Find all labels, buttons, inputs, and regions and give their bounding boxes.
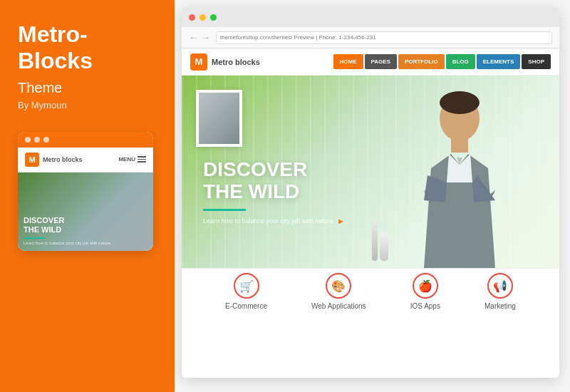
menu-item-blog[interactable]: BLOG bbox=[446, 54, 475, 69]
menu-item-portfolio[interactable]: PORTFOLIO bbox=[398, 54, 445, 69]
browser-maximize-button[interactable] bbox=[210, 14, 217, 21]
menu-item-pages[interactable]: PAGES bbox=[365, 54, 397, 69]
site-logo-icon: M bbox=[190, 53, 207, 71]
web-applications-icon: 🎨 bbox=[326, 273, 351, 299]
mobile-hero: DISCOVER THE WILD Learn how to balance y… bbox=[18, 172, 153, 251]
hero-frame-image bbox=[196, 90, 242, 147]
site-menu: HOME PAGES PORTFOLIO BLOG ELEMENTS SHOP bbox=[333, 54, 551, 69]
mobile-logo-text: Metro blocks bbox=[43, 156, 83, 163]
site-hero: DISCOVER THE WILD Learn how to balance y… bbox=[182, 76, 559, 268]
left-panel: Metro- Blocks Theme By Mymoun M Metro bl… bbox=[0, 0, 175, 392]
hero-subtitle: Learn how to balance your city job with … bbox=[203, 217, 345, 225]
mobile-hero-sub: Learn how to balance your city job with … bbox=[24, 241, 110, 245]
back-arrow-icon[interactable]: ← bbox=[189, 32, 198, 43]
mobile-nav: M Metro blocks MENU bbox=[18, 148, 153, 172]
brand-by: By Mymoun bbox=[18, 100, 157, 110]
feature-icons-row: 🛒 E-Commerce 🎨 Web Applications 🍎 IOS Ap… bbox=[182, 268, 559, 314]
browser-minimize-button[interactable] bbox=[200, 14, 206, 21]
ios-apps-icon: 🍎 bbox=[413, 273, 438, 299]
mobile-hero-text: DISCOVER THE WILD Learn how to balance y… bbox=[24, 216, 110, 244]
ecommerce-label: E-Commerce bbox=[225, 302, 267, 310]
brand-title-line2: Blocks bbox=[18, 48, 93, 73]
menu-item-home[interactable]: HOME bbox=[333, 54, 363, 69]
hero-vase-short bbox=[380, 232, 388, 261]
ecommerce-icon: 🛒 bbox=[234, 273, 259, 299]
brand-subtitle: Theme bbox=[18, 80, 157, 96]
web-applications-label: Web Applications bbox=[311, 302, 366, 310]
marketing-label: Marketing bbox=[484, 302, 516, 310]
brand-title-line1: Metro- bbox=[18, 21, 88, 47]
brand-title: Metro- Blocks bbox=[18, 21, 157, 74]
mobile-top-bar bbox=[18, 132, 153, 148]
icon-marketing: 📢 Marketing bbox=[484, 273, 516, 310]
mobile-mockup: M Metro blocks MENU DISCOVER THE WILD bbox=[18, 132, 153, 251]
url-bar[interactable]: themeforesttop.com/themes/ Preview | Pho… bbox=[216, 31, 552, 44]
browser-chrome bbox=[182, 7, 559, 27]
icon-ecommerce: 🛒 E-Commerce bbox=[225, 273, 267, 310]
browser-nav-bar: ← → themeforesttop.com/themes/ Preview |… bbox=[182, 27, 559, 48]
browser-close-button[interactable] bbox=[189, 14, 195, 21]
menu-item-elements[interactable]: ELEMENTS bbox=[477, 54, 521, 69]
mobile-dot-3 bbox=[43, 137, 49, 143]
icon-web-applications: 🎨 Web Applications bbox=[311, 273, 366, 310]
site-logo-text: Metro blocks bbox=[212, 58, 260, 66]
hero-underline bbox=[203, 209, 246, 211]
hero-person-image bbox=[388, 83, 517, 268]
mobile-dot-1 bbox=[25, 137, 31, 143]
hero-arrow-icon: ► bbox=[337, 217, 345, 225]
icon-ios-apps: 🍎 IOS Apps bbox=[410, 273, 440, 310]
site-navbar: M Metro blocks HOME PAGES PORTFOLIO BLOG… bbox=[182, 48, 559, 76]
menu-item-shop[interactable]: SHOP bbox=[522, 54, 551, 69]
mobile-logo-icon: M bbox=[25, 153, 39, 167]
browser-window: ← → themeforesttop.com/themes/ Preview |… bbox=[182, 7, 559, 378]
svg-rect-2 bbox=[451, 138, 468, 153]
mobile-logo-area: M Metro blocks bbox=[25, 153, 83, 167]
hero-content: DISCOVER THE WILD Learn how to balance y… bbox=[203, 159, 345, 225]
hero-title: DISCOVER THE WILD bbox=[203, 159, 345, 203]
svg-point-1 bbox=[440, 91, 480, 114]
mobile-menu-button[interactable]: MENU bbox=[118, 156, 146, 163]
browser-nav-arrows: ← → bbox=[189, 32, 210, 43]
mobile-hero-underline bbox=[24, 237, 45, 239]
forward-arrow-icon[interactable]: → bbox=[201, 32, 210, 43]
site-logo: M Metro blocks bbox=[190, 53, 260, 71]
mobile-hero-title: DISCOVER THE WILD bbox=[24, 216, 110, 234]
marketing-icon: 📢 bbox=[487, 273, 513, 299]
mobile-dot-2 bbox=[34, 137, 40, 143]
hamburger-icon bbox=[138, 156, 146, 163]
hero-vase-tall bbox=[372, 222, 378, 261]
ios-apps-label: IOS Apps bbox=[410, 302, 440, 310]
